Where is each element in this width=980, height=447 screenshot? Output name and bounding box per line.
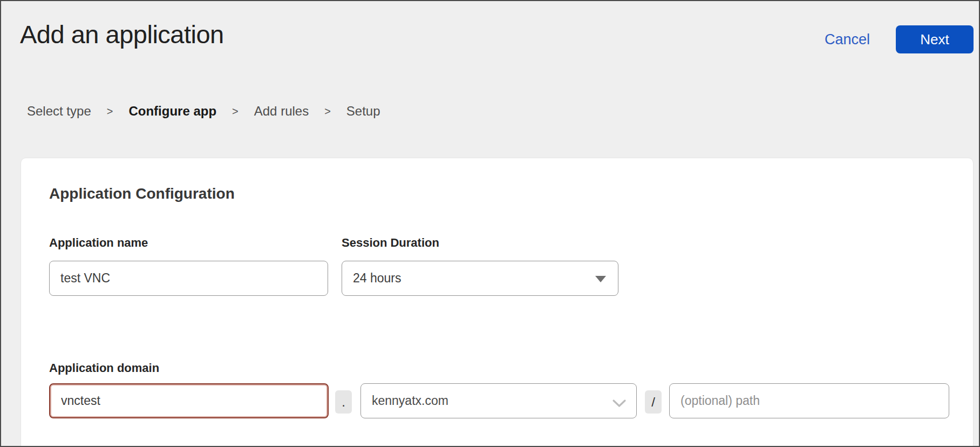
next-button[interactable]: Next [896, 25, 974, 53]
step-separator: > [107, 105, 113, 118]
application-name-label: Application name [49, 236, 148, 250]
session-duration-label: Session Duration [342, 236, 439, 250]
caret-down-icon [595, 276, 606, 282]
session-duration-select[interactable]: 24 hours [342, 261, 618, 296]
session-duration-value: 24 hours [353, 271, 401, 286]
application-domain-label: Application domain [49, 361, 159, 375]
slash-separator: / [645, 390, 662, 414]
step-select-type[interactable]: Select type [27, 104, 91, 119]
page-title: Add an application [20, 19, 224, 49]
path-input[interactable] [669, 383, 949, 418]
application-configuration-card: Application Configuration Application na… [21, 158, 974, 447]
domain-select-value: kennyatx.com [372, 394, 448, 408]
chevron-down-icon [612, 397, 627, 411]
step-separator: > [232, 105, 239, 118]
application-name-input[interactable] [49, 261, 328, 296]
subdomain-input[interactable] [49, 383, 329, 418]
dot-separator: . [335, 390, 352, 414]
step-setup[interactable]: Setup [346, 104, 380, 119]
cancel-button[interactable]: Cancel [825, 31, 870, 48]
step-add-rules[interactable]: Add rules [254, 104, 309, 119]
add-application-page: Add an application Cancel Next Select ty… [0, 0, 980, 447]
step-separator: > [324, 105, 331, 118]
step-configure-app[interactable]: Configure app [128, 104, 216, 119]
wizard-stepper: Select type > Configure app > Add rules … [27, 104, 380, 119]
section-title: Application Configuration [49, 185, 235, 202]
domain-select[interactable]: kennyatx.com [360, 383, 637, 418]
header-actions: Cancel Next [825, 25, 974, 53]
